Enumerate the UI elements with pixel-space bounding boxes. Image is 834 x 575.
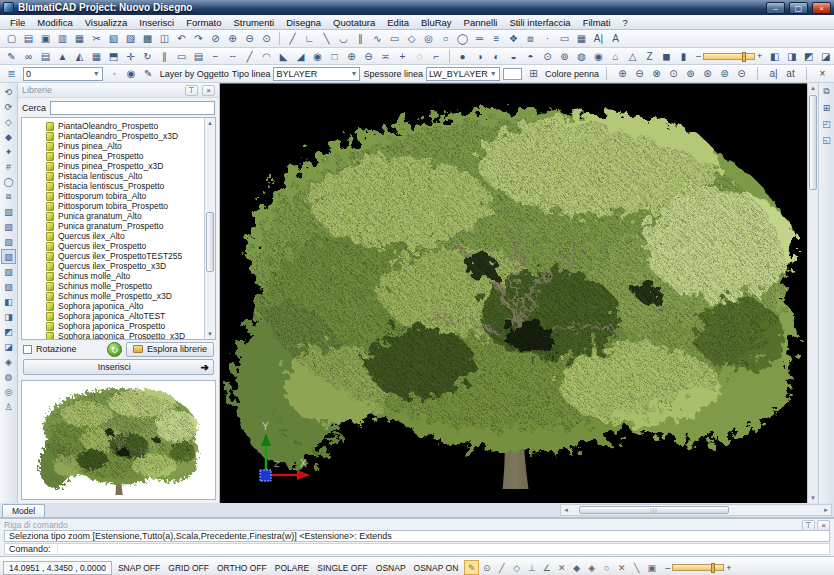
ellipse-icon[interactable]: ◯ bbox=[454, 31, 471, 46]
multiline-icon[interactable]: ≡ bbox=[488, 31, 505, 46]
viewport-vscrollbar[interactable]: ▲ ▼ bbox=[807, 83, 818, 503]
construction-line-icon[interactable]: ╲ bbox=[318, 31, 335, 46]
list-item[interactable]: PiantaOleandro_Prospetto_x3D bbox=[46, 131, 204, 141]
viewport-config-icon[interactable]: ◱ bbox=[820, 133, 833, 146]
tab-model[interactable]: Model bbox=[2, 504, 45, 517]
shapes-tool-icon[interactable]: ⧈ bbox=[1, 189, 16, 204]
box-iso-6-icon[interactable]: ▧ bbox=[1, 279, 16, 294]
list-item[interactable]: Pinus pinea_Prospetto_x3D bbox=[46, 161, 204, 171]
mesh-tool-icon[interactable]: # bbox=[1, 159, 16, 174]
sun-icon[interactable]: ⊙ bbox=[539, 49, 556, 64]
shade-wire-icon[interactable]: ◪ bbox=[1, 339, 16, 354]
extrude-icon[interactable]: ▲ bbox=[54, 49, 71, 64]
scroll-down-icon[interactable]: ▼ bbox=[207, 329, 213, 339]
scroll-right-icon[interactable]: ► bbox=[821, 507, 831, 513]
list-item[interactable]: Punica granatum_Alto bbox=[46, 211, 204, 221]
break-icon[interactable]: ╱ bbox=[241, 49, 258, 64]
shade-gouraud-icon[interactable]: ◨ bbox=[1, 309, 16, 324]
colore-penna-icon[interactable]: ⊞ bbox=[525, 66, 542, 81]
point-snap-icon[interactable]: ◆ bbox=[569, 560, 584, 575]
cascade-windows-icon[interactable]: ⧉ bbox=[820, 85, 833, 98]
layers-icon[interactable]: ≣ bbox=[3, 66, 20, 81]
scroll-down-icon[interactable]: ▼ bbox=[810, 493, 816, 503]
text-edit-icon[interactable]: at bbox=[782, 66, 799, 81]
zoom-window-icon[interactable]: ⊖ bbox=[631, 66, 648, 81]
rectangle-icon[interactable]: ▭ bbox=[386, 31, 403, 46]
slider-track[interactable] bbox=[672, 564, 724, 571]
insert-image-icon[interactable]: ▩ bbox=[139, 31, 156, 46]
menu-help[interactable]: ? bbox=[617, 17, 634, 28]
list-item[interactable]: Quercus ilex_ProspettoTEST255 bbox=[46, 251, 204, 261]
material-icon[interactable]: ◐ bbox=[488, 49, 505, 64]
equal-lines-icon[interactable]: ═ bbox=[471, 31, 488, 46]
3d-rotate-icon[interactable]: ⬒ bbox=[105, 49, 122, 64]
near-snap-icon[interactable]: ✕ bbox=[614, 560, 629, 575]
point-icon[interactable]: · bbox=[539, 31, 556, 46]
scroll-up-icon[interactable]: ▲ bbox=[207, 118, 213, 128]
diamond-tool-icon[interactable]: ◇ bbox=[1, 114, 16, 129]
free-orbit-icon[interactable]: ⟳ bbox=[1, 99, 16, 114]
paint-icon[interactable]: ◧ bbox=[766, 49, 783, 64]
zoom-window-icon[interactable]: ⊕ bbox=[224, 31, 241, 46]
chevron-down-icon[interactable]: ▼ bbox=[350, 70, 357, 77]
menu-modifica[interactable]: Modifica bbox=[31, 17, 78, 28]
inserisci-button[interactable]: Inserisci ➔ bbox=[23, 359, 214, 375]
list-item[interactable]: Sophora japonica_Alto bbox=[46, 301, 204, 311]
minimize-button[interactable]: – bbox=[766, 2, 785, 14]
zoom-previous-icon[interactable]: ⊜ bbox=[716, 66, 733, 81]
polygon-snap-icon[interactable]: ◇ bbox=[509, 560, 524, 575]
menu-disegna[interactable]: Disegna bbox=[280, 17, 327, 28]
region-icon[interactable]: ◉ bbox=[309, 49, 326, 64]
zoom-scale-icon[interactable]: ⊙ bbox=[665, 66, 682, 81]
perpendicular-snap-icon[interactable]: ⊥ bbox=[524, 560, 539, 575]
trim-icon[interactable]: − bbox=[207, 49, 224, 64]
box-select-icon[interactable]: □ bbox=[326, 49, 343, 64]
walk-tool-icon[interactable]: ♙ bbox=[1, 399, 16, 414]
close-icon[interactable]: × bbox=[202, 85, 215, 96]
menu-bluray[interactable]: BluRay bbox=[415, 17, 458, 28]
slope-icon[interactable]: ◭ bbox=[71, 49, 88, 64]
center-snap-icon[interactable]: ⊙ bbox=[479, 560, 494, 575]
pen-color-swatch[interactable] bbox=[503, 68, 522, 80]
drawing-viewport[interactable]: Y X Z bbox=[220, 83, 807, 503]
endpoint-snap-icon[interactable]: ╱ bbox=[494, 560, 509, 575]
pin-icon[interactable]: ⊤ bbox=[185, 85, 198, 96]
clip-rect-icon[interactable]: ▭ bbox=[556, 31, 573, 46]
spessore-combo[interactable]: LW_BYLAYER ▼ bbox=[426, 67, 500, 81]
zoom-center-icon[interactable]: ⊚ bbox=[682, 66, 699, 81]
list-item[interactable]: Pittosporum tobira_Prospetto bbox=[46, 201, 204, 211]
column-icon[interactable]: ▮ bbox=[675, 49, 692, 64]
texture-icon[interactable]: ◒ bbox=[505, 49, 522, 64]
scrollbar-thumb[interactable] bbox=[809, 95, 817, 190]
sphere-icon[interactable]: ● bbox=[454, 49, 471, 64]
light-icon[interactable]: ◓ bbox=[522, 49, 539, 64]
menu-visualizza[interactable]: Visualizza bbox=[79, 17, 134, 28]
osnap-toggle[interactable]: OSNAP bbox=[372, 561, 410, 575]
material-tool-icon[interactable]: ◍ bbox=[1, 369, 16, 384]
link-icon[interactable]: ∞ bbox=[20, 49, 37, 64]
zoom-minus-icon[interactable]: ⊖ bbox=[360, 49, 377, 64]
cross-icon[interactable]: + bbox=[394, 49, 411, 64]
list-item[interactable]: Pistacia lentiscus_Prospetto bbox=[46, 181, 204, 191]
viewport-hscrollbar[interactable]: ◄ ||| ► bbox=[560, 504, 832, 516]
half-shade-icon[interactable]: ◑ bbox=[471, 49, 488, 64]
list-item[interactable]: Punica granatum_Prospetto bbox=[46, 221, 204, 231]
circle-snap-icon[interactable]: ○ bbox=[599, 560, 614, 575]
zoom-out-icon[interactable]: ⊙ bbox=[258, 31, 275, 46]
gem-tool-icon[interactable]: ◆ bbox=[1, 129, 16, 144]
slider-plus-icon[interactable]: + bbox=[726, 563, 731, 573]
circle-icon[interactable]: ○ bbox=[437, 31, 454, 46]
sketch-icon[interactable]: ✎ bbox=[3, 49, 20, 64]
slider-thumb[interactable] bbox=[711, 563, 715, 573]
bevel-icon[interactable]: ◢ bbox=[292, 49, 309, 64]
freeze-layer-icon[interactable]: ◦ bbox=[106, 66, 123, 81]
pan-icon[interactable]: ⊘ bbox=[207, 31, 224, 46]
list-item[interactable]: Sophora japonica_Prospetto bbox=[46, 321, 204, 331]
zoom-object-icon[interactable]: ⊛ bbox=[699, 66, 716, 81]
tangent-snap-icon[interactable]: ╲ bbox=[629, 560, 644, 575]
box-iso-3-icon[interactable]: ▧ bbox=[1, 234, 16, 249]
list-item[interactable]: Pittosporum tobira_Alto bbox=[46, 191, 204, 201]
scrollbar-thumb[interactable]: ||| bbox=[579, 506, 729, 514]
list-item[interactable]: Pistacia lentiscus_Alto bbox=[46, 171, 204, 181]
menu-strumenti[interactable]: Strumenti bbox=[228, 17, 281, 28]
